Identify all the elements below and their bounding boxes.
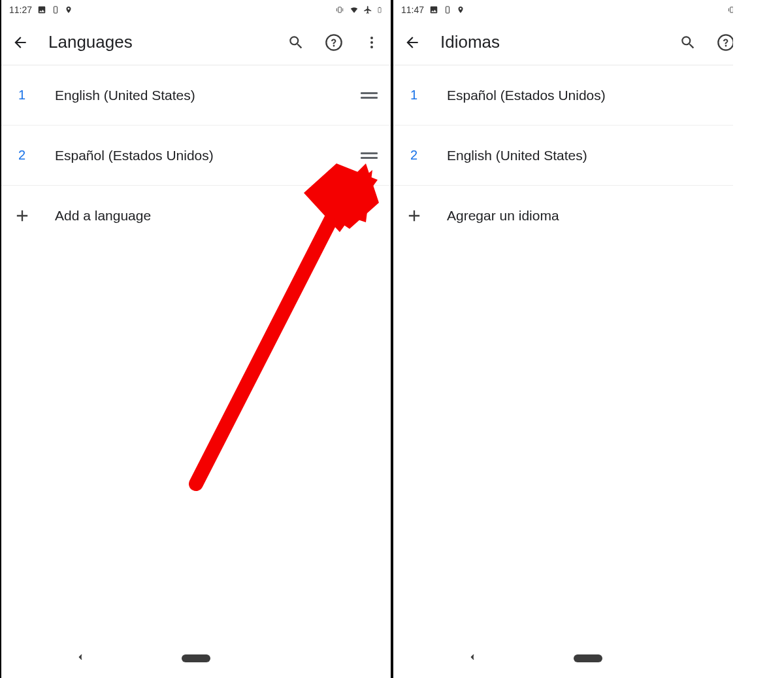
language-name: Español (Estados Unidos) [436, 88, 753, 103]
nav-home-pill[interactable] [182, 654, 210, 662]
image-icon [37, 5, 46, 14]
plus-icon [13, 207, 39, 225]
device-icon [444, 5, 451, 14]
svg-rect-1 [338, 7, 342, 12]
help-button[interactable] [324, 33, 344, 52]
overflow-menu-button[interactable] [754, 33, 774, 52]
device-icon [52, 5, 59, 14]
search-button[interactable] [286, 33, 306, 52]
svg-point-8 [370, 41, 373, 44]
svg-rect-11 [730, 7, 734, 12]
drag-handle-icon[interactable] [361, 89, 378, 102]
language-priority-number: 1 [410, 88, 436, 103]
language-item[interactable]: 2 Español (Estados Unidos) [1, 126, 391, 186]
overflow-menu-button[interactable] [362, 33, 382, 52]
svg-rect-4 [378, 8, 381, 13]
add-language-button[interactable]: Agregar un idioma [393, 186, 783, 246]
back-button[interactable] [10, 33, 30, 52]
add-language-label: Add a language [39, 208, 151, 224]
wifi-icon [349, 5, 359, 14]
svg-point-18 [762, 41, 765, 44]
svg-rect-15 [771, 7, 772, 8]
status-bar: 11:47 [393, 0, 783, 20]
svg-point-7 [370, 37, 373, 39]
svg-point-17 [762, 37, 765, 39]
language-name: English (United States) [436, 148, 753, 163]
phone-screen-right: 11:47 Idiomas 1 Español (Estados Unidos) [392, 0, 784, 678]
page-title: Idiomas [440, 32, 660, 52]
language-priority-number: 2 [18, 148, 44, 163]
drag-handle-icon[interactable] [753, 89, 770, 102]
status-time: 11:27 [9, 5, 32, 15]
add-language-button[interactable]: Add a language [1, 186, 391, 246]
help-button[interactable] [716, 33, 736, 52]
vibrate-icon [727, 5, 737, 14]
language-item[interactable]: 2 English (United States) [393, 126, 783, 186]
search-button[interactable] [678, 33, 698, 52]
app-bar: Idiomas [393, 20, 783, 65]
nav-home-pill[interactable] [574, 654, 602, 662]
navigation-bar [1, 639, 391, 678]
language-item[interactable]: 1 Español (Estados Unidos) [393, 65, 783, 126]
back-button[interactable] [402, 33, 422, 52]
phone-screen-left: 11:27 Languages 1 English (United States… [0, 0, 392, 678]
add-language-label: Agregar un idioma [431, 208, 559, 224]
airplane-icon [755, 5, 764, 14]
svg-rect-14 [770, 8, 773, 13]
svg-rect-10 [446, 7, 449, 13]
page-title: Languages [48, 32, 268, 52]
battery-icon [376, 5, 383, 14]
airplane-icon [363, 5, 372, 14]
language-priority-number: 1 [18, 88, 44, 103]
language-item[interactable]: 1 English (United States) [1, 65, 391, 126]
battery-icon [768, 5, 775, 14]
language-name: Español (Estados Unidos) [44, 148, 361, 163]
image-icon [429, 5, 438, 14]
plus-icon [405, 207, 431, 225]
drag-handle-icon[interactable] [361, 149, 378, 162]
status-time: 11:47 [401, 5, 424, 15]
navigation-bar [393, 639, 783, 678]
language-priority-number: 2 [410, 148, 436, 163]
svg-point-19 [762, 46, 765, 48]
svg-point-9 [370, 46, 373, 48]
location-icon [65, 5, 73, 14]
svg-rect-0 [54, 7, 57, 13]
vibrate-icon [335, 5, 345, 14]
app-bar: Languages [1, 20, 391, 65]
nav-back-button[interactable] [468, 651, 477, 666]
nav-back-button[interactable] [76, 651, 85, 666]
status-bar: 11:27 [1, 0, 391, 20]
location-icon [457, 5, 465, 14]
drag-handle-icon[interactable] [753, 149, 770, 162]
language-name: English (United States) [44, 88, 361, 103]
wifi-icon [741, 5, 751, 14]
svg-rect-5 [379, 7, 380, 8]
